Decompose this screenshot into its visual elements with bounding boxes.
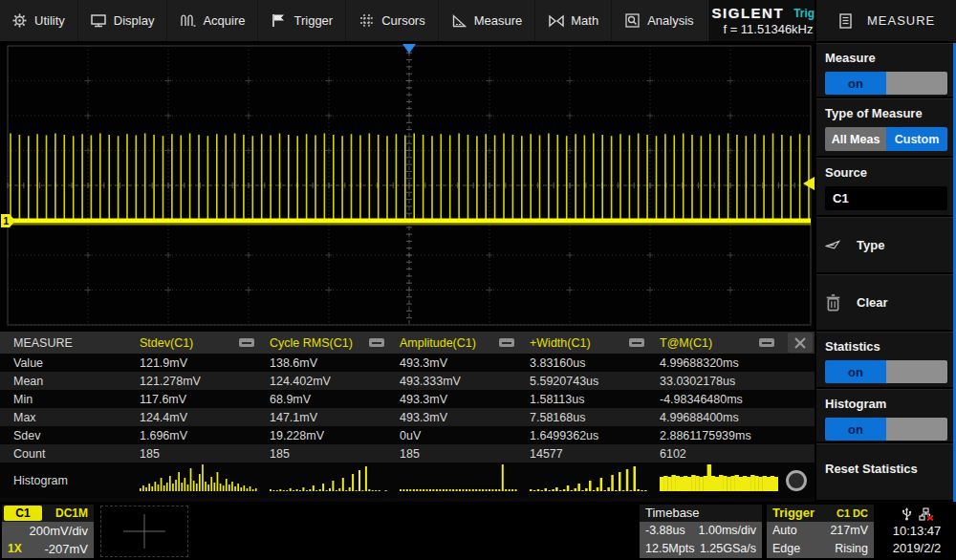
histogram-pwidth: [524, 463, 654, 499]
reset-statistics-button[interactable]: Reset Statistics: [816, 443, 953, 502]
table-row: Min117.6mV68.9mV493.3mV1.58113us-4.98346…: [0, 390, 815, 408]
measure-value: 1.58113us: [524, 393, 654, 406]
histogram-toggle[interactable]: on: [825, 418, 947, 441]
menu-cursors[interactable]: Cursors: [346, 0, 439, 41]
row-label: Sdev: [0, 429, 134, 442]
timebase-delay: -3.88us: [645, 524, 685, 537]
trigger-source: C1 DC: [836, 507, 868, 519]
clock-time: 10:13:47: [893, 523, 942, 540]
measure-column-header[interactable]: Stdev(C1): [134, 332, 264, 354]
measure-toggle[interactable]: on: [825, 72, 947, 95]
measure-column-header[interactable]: Cycle RMS(C1): [264, 332, 394, 354]
menu-math[interactable]: Math: [535, 0, 612, 41]
measure-value: 493.3mV: [394, 393, 524, 406]
menu-utility[interactable]: Utility: [0, 0, 78, 41]
measure-value: 0uV: [394, 429, 524, 442]
measure-table-title: MEASURE: [0, 336, 134, 350]
measure-value: 2.8861175939ms: [654, 429, 784, 442]
measure-value: 6102: [654, 447, 784, 461]
custom-button[interactable]: Custom: [886, 127, 947, 151]
histogram-stdev: [134, 463, 264, 499]
row-label: Max: [0, 411, 134, 424]
trigger-level: 217mV: [830, 524, 868, 537]
measure-value: 1.696mV: [134, 429, 264, 442]
histogram-row-label: Histogram: [0, 474, 134, 487]
usb-icon: [901, 507, 913, 521]
measure-toggle-off: [886, 72, 947, 95]
empty-channel-slot[interactable]: [100, 506, 188, 557]
close-table-button[interactable]: [788, 333, 813, 353]
table-drag-handle[interactable]: [786, 470, 807, 491]
type-button[interactable]: Type: [816, 217, 953, 274]
timebase-scale: 1.00ms/div: [699, 524, 756, 537]
menu-acquire[interactable]: Acquire: [167, 0, 258, 41]
remove-measure-button[interactable]: [239, 338, 254, 347]
menu-utility-label: Utility: [34, 13, 65, 28]
measure-mode-segment: All Meas Custom: [825, 127, 947, 151]
table-row: Value121.9mV138.6mV493.3mV3.83160us4.996…: [0, 354, 815, 372]
measure-value: 121.9mV: [134, 356, 264, 370]
source-select[interactable]: C1: [825, 186, 947, 210]
gear-icon: [11, 13, 28, 29]
histogram-toggle-on: on: [825, 418, 886, 441]
measure-column-header[interactable]: +Width(C1): [524, 332, 654, 354]
measure-column-name: +Width(C1): [530, 336, 591, 350]
menu-display[interactable]: Display: [78, 0, 168, 41]
type-of-measure-label: Type of Measure: [825, 106, 945, 120]
measure-value: 124.4mV: [134, 411, 264, 424]
menu-math-label: Math: [571, 13, 598, 28]
measure-value: 68.9mV: [264, 393, 394, 406]
measure-value: 493.333mV: [394, 375, 524, 388]
channel1-badge: C1: [4, 506, 42, 521]
timebase-label: Timebase: [645, 506, 700, 520]
cursors-icon: [358, 13, 375, 29]
measure-table-header: MEASUREStdev(C1)Cycle RMS(C1)Amplitude(C…: [0, 332, 815, 354]
remove-measure-button[interactable]: [759, 338, 774, 347]
menu-acquire-label: Acquire: [203, 13, 245, 28]
clock-date: 2019/2/2: [893, 540, 942, 557]
measure-column-name: Cycle RMS(C1): [270, 336, 353, 350]
crosshair-icon: [116, 510, 173, 552]
channel1-descriptor[interactable]: C1 DC1M 200mV/div 1X -207mV: [2, 505, 94, 558]
clear-button-label: Clear: [857, 295, 888, 310]
trigger-type: Edge: [772, 542, 800, 555]
frequency-readout: f = 11.51346kHz: [723, 22, 813, 36]
lan-disconnected-icon: [919, 507, 934, 521]
remove-measure-button[interactable]: [629, 338, 644, 347]
ruler-triangle-icon: [451, 13, 467, 29]
trigger-box[interactable]: Trigger C1 DC Auto 217mV Edge Rising: [767, 505, 874, 558]
clear-button[interactable]: Clear: [816, 274, 953, 332]
row-label: Value: [0, 356, 134, 370]
measure-sidebar: Measure on Type of Measure All Meas Cust…: [815, 43, 956, 502]
measure-value: 19.228mV: [264, 429, 394, 442]
measure-value: 121.278mV: [134, 375, 264, 388]
timebase-samplerate: 1.25GSa/s: [700, 542, 756, 555]
top-menu-bar: Utility Display Acquire Trigger: [0, 0, 815, 43]
menu-trigger[interactable]: Trigger: [258, 0, 346, 41]
menu-analysis[interactable]: Analysis: [612, 0, 706, 41]
measure-value: 185: [134, 447, 264, 461]
all-meas-button[interactable]: All Meas: [825, 127, 886, 151]
measure-table-rows: Value121.9mV138.6mV493.3mV3.83160us4.996…: [0, 354, 815, 463]
measure-value: 5.5920743us: [524, 375, 654, 388]
histogram-toggle-off: [886, 418, 947, 441]
measure-value: 185: [394, 447, 524, 461]
waveform-display[interactable]: 1: [0, 43, 815, 330]
remove-measure-button[interactable]: [499, 338, 514, 347]
menu-measure[interactable]: Measure: [439, 0, 536, 41]
measure-value: 117.6mV: [134, 393, 264, 406]
measure-column-header[interactable]: Amplitude(C1): [394, 332, 524, 354]
statistics-toggle[interactable]: on: [825, 360, 947, 383]
statistics-toggle-off: [886, 360, 947, 383]
svg-text:1: 1: [4, 216, 10, 226]
measure-toggle-on: on: [825, 72, 886, 95]
channel1-scale: 200mV/div: [2, 522, 94, 540]
timebase-box[interactable]: Timebase -3.88us 1.00ms/div 12.5Mpts 1.2…: [640, 505, 762, 558]
measure-value: 1.6499362us: [524, 429, 654, 442]
table-row: Max124.4mV147.1mV493.3mV7.58168us4.99688…: [0, 408, 815, 426]
measure-table: MEASUREStdev(C1)Cycle RMS(C1)Amplitude(C…: [0, 330, 815, 502]
measure-column-header[interactable]: T@M(C1): [654, 332, 784, 354]
remove-measure-button[interactable]: [369, 338, 384, 347]
measure-value: 493.3mV: [394, 356, 524, 370]
trigger-position-marker: [402, 44, 416, 54]
